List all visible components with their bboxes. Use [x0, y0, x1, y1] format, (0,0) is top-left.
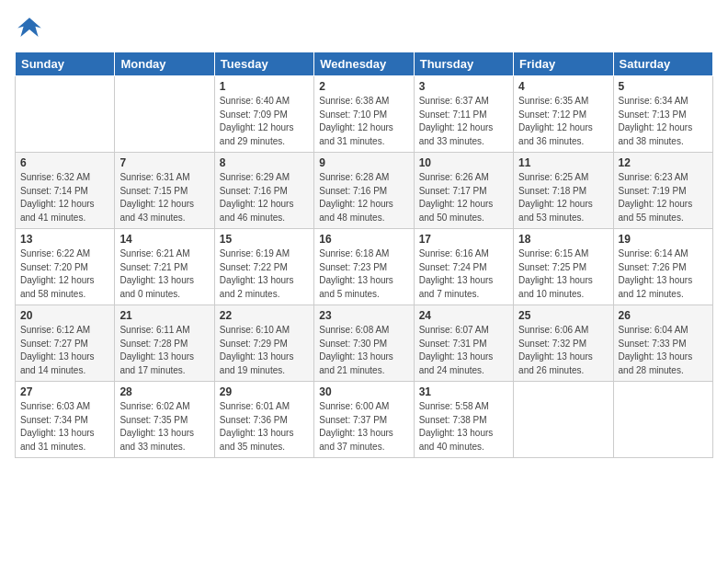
day-number: 29 [220, 385, 309, 398]
page-header [15, 15, 713, 44]
day-info: Sunrise: 6:21 AM Sunset: 7:21 PM Dayligh… [119, 247, 209, 301]
column-header-friday: Friday [514, 52, 613, 76]
day-cell: 23Sunrise: 6:08 AM Sunset: 7:30 PM Dayli… [314, 305, 414, 382]
day-cell: 15Sunrise: 6:19 AM Sunset: 7:22 PM Dayli… [214, 229, 313, 305]
day-cell: 26Sunrise: 6:04 AM Sunset: 7:33 PM Dayli… [613, 305, 712, 382]
day-info: Sunrise: 6:03 AM Sunset: 7:34 PM Dayligh… [20, 400, 109, 454]
day-number: 27 [20, 385, 109, 398]
day-number: 30 [319, 385, 408, 398]
day-info: Sunrise: 6:40 AM Sunset: 7:09 PM Dayligh… [220, 95, 309, 148]
day-info: Sunrise: 6:31 AM Sunset: 7:15 PM Dayligh… [119, 171, 209, 224]
day-cell: 22Sunrise: 6:10 AM Sunset: 7:29 PM Dayli… [214, 305, 313, 382]
day-number: 18 [518, 233, 608, 246]
column-header-wednesday: Wednesday [314, 52, 414, 76]
week-row-3: 13Sunrise: 6:22 AM Sunset: 7:20 PM Dayli… [16, 229, 713, 305]
day-cell: 27Sunrise: 6:03 AM Sunset: 7:34 PM Dayli… [16, 382, 115, 458]
day-number: 31 [419, 385, 508, 398]
logo-icon [15, 15, 44, 44]
day-info: Sunrise: 6:28 AM Sunset: 7:16 PM Dayligh… [319, 171, 408, 224]
column-header-thursday: Thursday [414, 52, 513, 76]
day-number: 6 [20, 156, 109, 169]
day-info: Sunrise: 6:12 AM Sunset: 7:27 PM Dayligh… [20, 324, 109, 377]
day-cell: 13Sunrise: 6:22 AM Sunset: 7:20 PM Dayli… [16, 229, 115, 305]
day-cell: 12Sunrise: 6:23 AM Sunset: 7:19 PM Dayli… [613, 153, 712, 229]
day-number: 11 [518, 156, 608, 169]
day-info: Sunrise: 6:23 AM Sunset: 7:19 PM Dayligh… [619, 171, 708, 224]
day-cell: 28Sunrise: 6:02 AM Sunset: 7:35 PM Dayli… [115, 382, 214, 458]
day-cell: 30Sunrise: 6:00 AM Sunset: 7:37 PM Dayli… [314, 382, 414, 458]
logo [15, 15, 48, 44]
day-cell: 9Sunrise: 6:28 AM Sunset: 7:16 PM Daylig… [314, 153, 414, 229]
day-number: 14 [119, 233, 209, 246]
day-cell: 14Sunrise: 6:21 AM Sunset: 7:21 PM Dayli… [115, 229, 214, 305]
day-info: Sunrise: 6:01 AM Sunset: 7:36 PM Dayligh… [220, 400, 309, 454]
day-cell: 7Sunrise: 6:31 AM Sunset: 7:15 PM Daylig… [115, 153, 214, 229]
day-number: 19 [619, 233, 708, 246]
day-info: Sunrise: 6:37 AM Sunset: 7:11 PM Dayligh… [419, 95, 508, 148]
column-header-saturday: Saturday [613, 52, 712, 76]
column-header-monday: Monday [115, 52, 214, 76]
day-info: Sunrise: 6:25 AM Sunset: 7:18 PM Dayligh… [518, 171, 608, 224]
week-row-4: 20Sunrise: 6:12 AM Sunset: 7:27 PM Dayli… [16, 305, 713, 382]
day-cell: 3Sunrise: 6:37 AM Sunset: 7:11 PM Daylig… [414, 76, 513, 153]
week-row-1: 1Sunrise: 6:40 AM Sunset: 7:09 PM Daylig… [16, 76, 713, 153]
column-header-tuesday: Tuesday [214, 52, 313, 76]
day-number: 12 [619, 156, 708, 169]
day-info: Sunrise: 6:02 AM Sunset: 7:35 PM Dayligh… [119, 400, 209, 454]
calendar-table: SundayMondayTuesdayWednesdayThursdayFrid… [15, 52, 713, 458]
day-number: 21 [119, 309, 209, 322]
day-cell: 5Sunrise: 6:34 AM Sunset: 7:13 PM Daylig… [613, 76, 712, 153]
day-number: 26 [619, 309, 708, 322]
day-cell: 17Sunrise: 6:16 AM Sunset: 7:24 PM Dayli… [414, 229, 513, 305]
calendar-header: SundayMondayTuesdayWednesdayThursdayFrid… [16, 52, 713, 76]
day-number: 7 [119, 156, 209, 169]
day-cell: 8Sunrise: 6:29 AM Sunset: 7:16 PM Daylig… [214, 153, 313, 229]
day-cell: 24Sunrise: 6:07 AM Sunset: 7:31 PM Dayli… [414, 305, 513, 382]
day-number: 17 [419, 233, 508, 246]
day-info: Sunrise: 6:10 AM Sunset: 7:29 PM Dayligh… [220, 324, 309, 377]
day-info: Sunrise: 6:15 AM Sunset: 7:25 PM Dayligh… [518, 247, 608, 301]
day-cell: 25Sunrise: 6:06 AM Sunset: 7:32 PM Dayli… [514, 305, 613, 382]
day-info: Sunrise: 6:06 AM Sunset: 7:32 PM Dayligh… [518, 324, 608, 377]
week-row-2: 6Sunrise: 6:32 AM Sunset: 7:14 PM Daylig… [16, 153, 713, 229]
day-number: 16 [319, 233, 408, 246]
day-info: Sunrise: 6:34 AM Sunset: 7:13 PM Dayligh… [619, 95, 708, 148]
day-number: 24 [419, 309, 508, 322]
day-cell [16, 76, 115, 153]
day-number: 25 [518, 309, 608, 322]
day-info: Sunrise: 6:32 AM Sunset: 7:14 PM Dayligh… [20, 171, 109, 224]
day-number: 5 [619, 80, 708, 93]
day-info: Sunrise: 6:08 AM Sunset: 7:30 PM Dayligh… [319, 324, 408, 377]
week-row-5: 27Sunrise: 6:03 AM Sunset: 7:34 PM Dayli… [16, 382, 713, 458]
day-cell: 11Sunrise: 6:25 AM Sunset: 7:18 PM Dayli… [514, 153, 613, 229]
day-cell: 20Sunrise: 6:12 AM Sunset: 7:27 PM Dayli… [16, 305, 115, 382]
calendar-body: 1Sunrise: 6:40 AM Sunset: 7:09 PM Daylig… [16, 76, 713, 458]
day-cell: 21Sunrise: 6:11 AM Sunset: 7:28 PM Dayli… [115, 305, 214, 382]
day-info: Sunrise: 6:00 AM Sunset: 7:37 PM Dayligh… [319, 400, 408, 454]
day-number: 10 [419, 156, 508, 169]
day-cell: 4Sunrise: 6:35 AM Sunset: 7:12 PM Daylig… [514, 76, 613, 153]
day-number: 4 [518, 80, 608, 93]
day-number: 2 [319, 80, 408, 93]
day-info: Sunrise: 6:22 AM Sunset: 7:20 PM Dayligh… [20, 247, 109, 301]
column-header-sunday: Sunday [16, 52, 115, 76]
day-info: Sunrise: 6:16 AM Sunset: 7:24 PM Dayligh… [419, 247, 508, 301]
day-number: 22 [220, 309, 309, 322]
day-number: 23 [319, 309, 408, 322]
day-number: 8 [220, 156, 309, 169]
day-cell [613, 382, 712, 458]
day-info: Sunrise: 6:04 AM Sunset: 7:33 PM Dayligh… [619, 324, 708, 377]
day-info: Sunrise: 6:07 AM Sunset: 7:31 PM Dayligh… [419, 324, 508, 377]
day-cell: 31Sunrise: 5:58 AM Sunset: 7:38 PM Dayli… [414, 382, 513, 458]
day-cell: 2Sunrise: 6:38 AM Sunset: 7:10 PM Daylig… [314, 76, 414, 153]
day-cell: 29Sunrise: 6:01 AM Sunset: 7:36 PM Dayli… [214, 382, 313, 458]
day-number: 15 [220, 233, 309, 246]
day-number: 3 [419, 80, 508, 93]
day-info: Sunrise: 6:29 AM Sunset: 7:16 PM Dayligh… [220, 171, 309, 224]
day-info: Sunrise: 6:18 AM Sunset: 7:23 PM Dayligh… [319, 247, 408, 301]
day-info: Sunrise: 6:11 AM Sunset: 7:28 PM Dayligh… [119, 324, 209, 377]
day-info: Sunrise: 6:35 AM Sunset: 7:12 PM Dayligh… [518, 95, 608, 148]
day-info: Sunrise: 6:14 AM Sunset: 7:26 PM Dayligh… [619, 247, 708, 301]
day-info: Sunrise: 6:26 AM Sunset: 7:17 PM Dayligh… [419, 171, 508, 224]
day-cell: 19Sunrise: 6:14 AM Sunset: 7:26 PM Dayli… [613, 229, 712, 305]
